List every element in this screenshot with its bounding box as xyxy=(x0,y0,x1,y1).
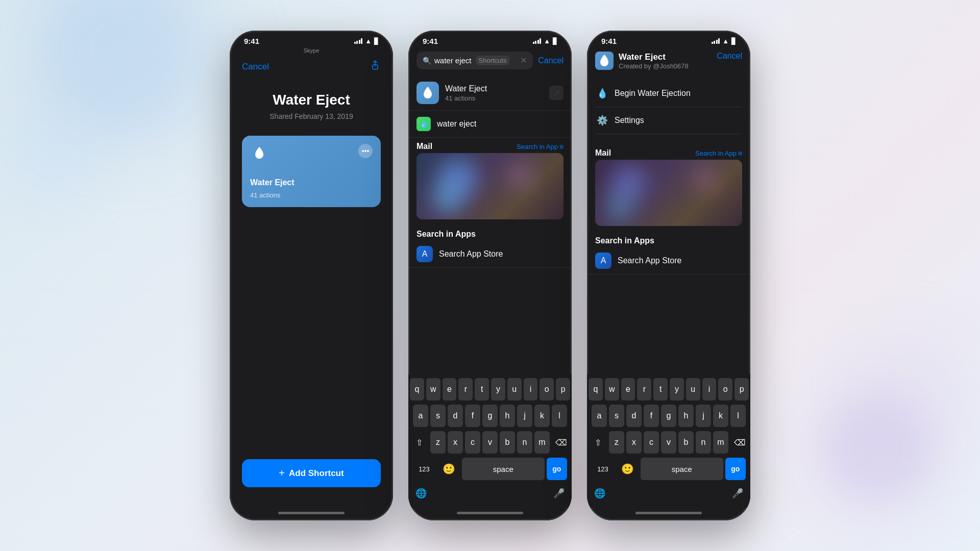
key-k-2[interactable]: k xyxy=(534,405,550,427)
phone1-subtitle: Shared February 13, 2019 xyxy=(230,112,393,120)
key-d-2[interactable]: d xyxy=(448,405,463,427)
key-h-3[interactable]: h xyxy=(678,405,694,427)
share-icon[interactable] xyxy=(370,60,381,73)
key-v-3[interactable]: v xyxy=(661,431,676,454)
key-globe-2[interactable]: 🌐 xyxy=(410,482,432,505)
key-go-3[interactable]: go xyxy=(725,458,746,480)
key-g-2[interactable]: g xyxy=(482,405,498,427)
key-r-3[interactable]: r xyxy=(637,378,651,400)
key-space-2[interactable]: space xyxy=(462,458,545,480)
shortcut-card: ••• Water Eject 41 actions xyxy=(242,136,381,207)
key-mic-3[interactable]: 🎤 xyxy=(726,482,749,505)
key-m-2[interactable]: m xyxy=(534,431,550,454)
key-c-3[interactable]: c xyxy=(644,431,659,454)
search-in-apps-title-3: Search in Apps xyxy=(595,236,654,245)
action-begin-water-ejection[interactable]: 💧 Begin Water Ejection xyxy=(595,80,742,107)
mail-search-in-app-3[interactable]: Search in App ⊞ xyxy=(695,149,742,157)
search-app-store-item-3[interactable]: A Search App Store xyxy=(587,247,750,274)
key-t-3[interactable]: t xyxy=(653,378,668,400)
battery-icon-1: ▊ xyxy=(374,38,379,45)
cancel-button-1[interactable]: Cancel xyxy=(242,62,269,72)
result-arrow-shortcut[interactable]: ↗ xyxy=(549,86,564,100)
result-water-eject-app[interactable]: 💧 water eject xyxy=(408,111,572,138)
search-appstore-label-2: Search App Store xyxy=(439,249,503,259)
key-q-2[interactable]: q xyxy=(410,378,424,400)
search-clear-2[interactable]: ✕ xyxy=(520,56,527,65)
key-j-2[interactable]: j xyxy=(517,405,532,427)
key-b-2[interactable]: b xyxy=(500,431,515,454)
result-water-eject-shortcut[interactable]: Water Eject 41 actions ↗ xyxy=(408,76,572,111)
key-s-2[interactable]: s xyxy=(430,405,446,427)
key-e-2[interactable]: e xyxy=(443,378,457,400)
key-f-3[interactable]: f xyxy=(644,405,659,427)
key-g-3[interactable]: g xyxy=(661,405,676,427)
key-i-2[interactable]: i xyxy=(524,378,538,400)
add-shortcut-button[interactable]: + Add Shortcut xyxy=(242,459,381,487)
key-a-2[interactable]: a xyxy=(413,405,428,427)
keyboard-row-2-2: a s d f g h j k l xyxy=(410,405,570,427)
key-z-2[interactable]: z xyxy=(430,431,446,454)
key-o-2[interactable]: o xyxy=(540,378,554,400)
action-settings[interactable]: ⚙️ Settings xyxy=(595,107,742,134)
key-m-3[interactable]: m xyxy=(713,431,728,454)
time-2: 9:41 xyxy=(423,37,438,45)
key-globe-3[interactable]: 🌐 xyxy=(589,482,611,505)
key-u-3[interactable]: u xyxy=(686,378,700,400)
mail-section-header-3: Mail Search in App ⊞ xyxy=(587,144,750,160)
key-mic-2[interactable]: 🎤 xyxy=(548,482,570,505)
search-bar-2[interactable]: 🔍 water eject Shortcuts ✕ xyxy=(416,52,533,69)
cancel-button-3[interactable]: Cancel xyxy=(717,52,742,61)
key-emoji-3[interactable]: 🙂 xyxy=(616,458,639,480)
key-emoji-2[interactable]: 🙂 xyxy=(437,458,460,480)
phone1-title-area: Water Eject Shared February 13, 2019 xyxy=(230,82,393,136)
key-p-3[interactable]: p xyxy=(734,378,749,400)
key-s-3[interactable]: s xyxy=(609,405,624,427)
key-k-3[interactable]: k xyxy=(713,405,728,427)
key-i-3[interactable]: i xyxy=(702,378,717,400)
key-123-2[interactable]: 123 xyxy=(413,460,435,478)
search-bar-row-2: 🔍 water eject Shortcuts ✕ Cancel xyxy=(408,47,572,76)
key-d-3[interactable]: d xyxy=(626,405,642,427)
key-delete-3[interactable]: ⌫ xyxy=(730,431,749,454)
key-go-2[interactable]: go xyxy=(547,458,567,480)
key-z-3[interactable]: z xyxy=(609,431,624,454)
key-b-3[interactable]: b xyxy=(678,431,694,454)
key-c-2[interactable]: c xyxy=(465,431,480,454)
key-e-3[interactable]: e xyxy=(621,378,635,400)
search-app-store-item-2[interactable]: A Search App Store xyxy=(408,241,572,268)
phone3-app-author: Created by @Josh0678 xyxy=(619,62,689,70)
key-space-3[interactable]: space xyxy=(641,458,723,480)
key-q-3[interactable]: q xyxy=(589,378,603,400)
key-w-2[interactable]: w xyxy=(426,378,440,400)
key-l-2[interactable]: l xyxy=(552,405,567,427)
key-l-3[interactable]: l xyxy=(730,405,746,427)
key-delete-2[interactable]: ⌫ xyxy=(552,431,570,454)
key-shift-2[interactable]: ⇧ xyxy=(410,431,428,454)
key-v-2[interactable]: v xyxy=(482,431,498,454)
key-o-3[interactable]: o xyxy=(718,378,732,400)
key-x-2[interactable]: x xyxy=(448,431,463,454)
key-123-3[interactable]: 123 xyxy=(592,460,614,478)
key-f-2[interactable]: f xyxy=(465,405,480,427)
signal-icon-3 xyxy=(712,38,720,44)
key-n-3[interactable]: n xyxy=(696,431,711,454)
key-y-2[interactable]: y xyxy=(491,378,505,400)
key-j-3[interactable]: j xyxy=(696,405,711,427)
key-y-3[interactable]: y xyxy=(670,378,684,400)
key-h-2[interactable]: h xyxy=(500,405,515,427)
key-n-2[interactable]: n xyxy=(517,431,532,454)
appstore-icon-2: A xyxy=(416,246,433,262)
key-u-2[interactable]: u xyxy=(507,378,522,400)
more-button[interactable]: ••• xyxy=(358,144,373,158)
key-t-2[interactable]: t xyxy=(475,378,489,400)
mail-search-in-app-2[interactable]: Search in App ⊞ xyxy=(517,143,564,151)
wifi-icon-1: ▲ xyxy=(365,37,372,45)
key-a-3[interactable]: a xyxy=(592,405,607,427)
key-p-2[interactable]: p xyxy=(556,378,570,400)
cancel-button-2[interactable]: Cancel xyxy=(538,56,564,65)
key-r-2[interactable]: r xyxy=(458,378,473,400)
key-x-3[interactable]: x xyxy=(626,431,642,454)
home-indicator-1 xyxy=(278,512,345,514)
key-w-3[interactable]: w xyxy=(605,378,619,400)
key-shift-3[interactable]: ⇧ xyxy=(589,431,607,454)
